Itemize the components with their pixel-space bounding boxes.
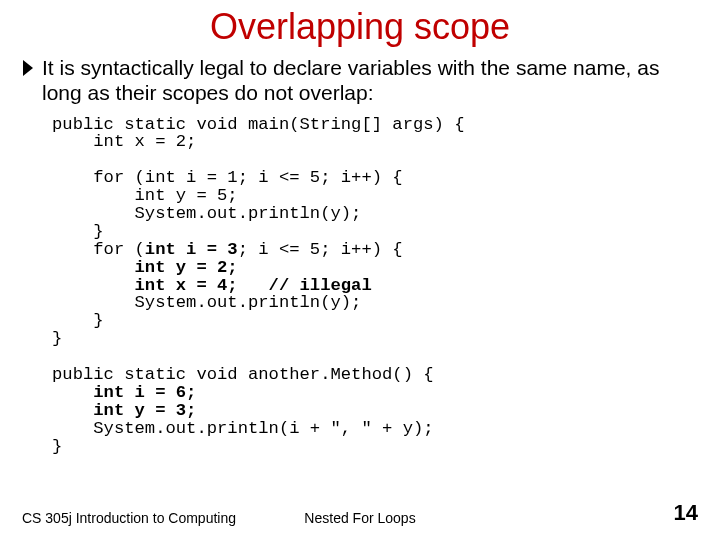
- code-line: [52, 383, 93, 402]
- bullet-text: It is syntactically legal to declare var…: [42, 56, 698, 106]
- code-line: public static void another.Method() {: [52, 365, 434, 384]
- page-number: 14: [473, 500, 698, 526]
- code-line: int x = 2;: [52, 132, 196, 151]
- code-block: public static void main(String[] args) {…: [22, 106, 698, 456]
- code-bold: int x = 4; // illegal: [135, 276, 372, 295]
- code-line: for (int i = 1; i <= 5; i++) {: [52, 168, 403, 187]
- code-line: }: [52, 222, 104, 241]
- svg-marker-0: [23, 60, 33, 76]
- code-line: [52, 276, 135, 295]
- code-line: }: [52, 311, 104, 330]
- code-line: }: [52, 329, 62, 348]
- code-bold: int i = 6;: [93, 383, 196, 402]
- code-line: [52, 258, 135, 277]
- footer: CS 305j Introduction to Computing Nested…: [0, 500, 720, 526]
- code-bold: int y = 2;: [135, 258, 238, 277]
- code-bold: int i = 3: [145, 240, 238, 259]
- code-line: public static void main(String[] args) {: [52, 115, 465, 134]
- bullet-item: It is syntactically legal to declare var…: [22, 56, 698, 106]
- content-area: It is syntactically legal to declare var…: [0, 56, 720, 455]
- code-line: System.out.println(i + ", " + y);: [52, 419, 434, 438]
- code-line: }: [52, 437, 62, 456]
- footer-left: CS 305j Introduction to Computing: [22, 510, 247, 526]
- code-line: System.out.println(y);: [52, 293, 361, 312]
- code-line: for (: [52, 240, 145, 259]
- code-line: [52, 401, 93, 420]
- footer-center: Nested For Loops: [247, 510, 472, 526]
- code-bold: int y = 3;: [93, 401, 196, 420]
- code-line: ; i <= 5; i++) {: [238, 240, 403, 259]
- bullet-arrow-icon: [22, 59, 36, 77]
- code-line: int y = 5;: [52, 186, 238, 205]
- slide-title: Overlapping scope: [0, 0, 720, 56]
- code-line: System.out.println(y);: [52, 204, 361, 223]
